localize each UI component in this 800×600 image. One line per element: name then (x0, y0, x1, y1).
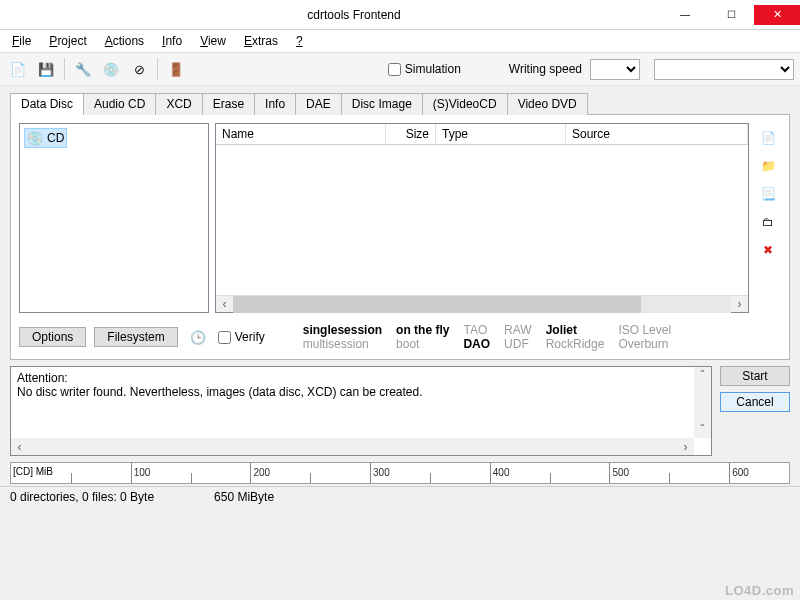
verify-checkbox-input[interactable] (218, 331, 231, 344)
menu-help[interactable]: ? (288, 32, 311, 50)
menu-project[interactable]: Project (41, 32, 94, 50)
watermark: LO4D.com (725, 583, 794, 598)
tab-video-dvd[interactable]: Video DVD (507, 93, 588, 115)
options-row: Options Filesystem 🕒 Verify singlesessio… (19, 323, 781, 351)
tabstrip: Data Disc Audio CD XCD Erase Info DAE Di… (0, 86, 800, 114)
info-onthefly: on the fly (396, 323, 449, 337)
scroll-down-icon[interactable]: ˇ (694, 421, 711, 438)
remove-button[interactable]: ✖ (759, 241, 777, 259)
menu-info[interactable]: Info (154, 32, 190, 50)
tab-panel-data-disc: 💿 CD Name Size Type Source ‹ › 📄 📁 📃 🗀 (10, 114, 790, 360)
info-rockridge: RockRidge (546, 337, 605, 351)
maximize-button[interactable] (708, 5, 754, 25)
minimize-button[interactable] (662, 5, 708, 25)
col-name[interactable]: Name (216, 124, 386, 144)
tab-xcd[interactable]: XCD (155, 93, 202, 115)
start-button[interactable]: Start (720, 366, 790, 386)
tab-data-disc[interactable]: Data Disc (10, 93, 84, 115)
scroll-left-icon[interactable]: ‹ (216, 296, 233, 313)
ruler-tick-label: 400 (493, 467, 510, 478)
info-boot: boot (396, 337, 449, 351)
ruler-unit-label: [CD] MiB (13, 466, 53, 477)
file-list[interactable]: Name Size Type Source ‹ › (215, 123, 749, 313)
info-overburn: Overburn (618, 337, 671, 351)
tab-dae[interactable]: DAE (295, 93, 342, 115)
cd-icon: 💿 (103, 61, 119, 77)
message-box: Attention: No disc writer found. Neverth… (10, 366, 712, 456)
scroll-left-icon[interactable]: ‹ (11, 438, 28, 455)
add-file-button[interactable]: 📄 (759, 129, 777, 147)
clock-button[interactable]: 🕒 (186, 325, 210, 349)
save-project-button[interactable]: 💾 (34, 57, 58, 81)
menu-file[interactable]: File (4, 32, 39, 50)
info-dao: DAO (463, 337, 490, 351)
verify-checkbox[interactable]: Verify (218, 330, 265, 344)
filesystem-button[interactable]: Filesystem (94, 327, 177, 347)
col-type[interactable]: Type (436, 124, 566, 144)
erase-cd-button[interactable]: ⊘ (127, 57, 151, 81)
cd-erase-icon: ⊘ (131, 61, 147, 77)
wrench-icon: 🔧 (75, 61, 91, 77)
scroll-right-icon[interactable]: › (731, 296, 748, 313)
new-project-button[interactable]: 📄 (6, 57, 30, 81)
action-buttons: Start Cancel (720, 366, 790, 456)
toolbar-separator (64, 58, 65, 80)
menu-view[interactable]: View (192, 32, 234, 50)
message-vscrollbar[interactable]: ˆ ˇ (694, 367, 711, 438)
status-bar: 0 directories, 0 files: 0 Byte 650 MiByt… (0, 486, 800, 506)
file-list-hscrollbar[interactable]: ‹ › (216, 295, 748, 312)
scroll-thumb[interactable] (233, 296, 641, 313)
info-udf: UDF (504, 337, 532, 351)
writing-speed-select[interactable] (590, 59, 640, 80)
info-joliet: Joliet (546, 323, 605, 337)
folder-tree[interactable]: 💿 CD (19, 123, 209, 313)
tab-info[interactable]: Info (254, 93, 296, 115)
simulation-label: Simulation (405, 62, 461, 76)
menu-actions[interactable]: Actions (97, 32, 152, 50)
cancel-button[interactable]: Cancel (720, 392, 790, 412)
info-isolevel: ISO Level (618, 323, 671, 337)
settings-button[interactable]: 🔧 (71, 57, 95, 81)
new-folder-button[interactable]: 🗀 (759, 213, 777, 231)
info-multisession: multisession (303, 337, 382, 351)
col-size[interactable]: Size (386, 124, 436, 144)
tab-erase[interactable]: Erase (202, 93, 255, 115)
close-button[interactable] (754, 5, 800, 25)
file-plus-icon: 📄 (761, 131, 776, 145)
message-hscrollbar[interactable]: ‹ › (11, 438, 694, 455)
options-button[interactable]: Options (19, 327, 86, 347)
scroll-right-icon[interactable]: › (677, 438, 694, 455)
message-body: No disc writer found. Nevertheless, imag… (17, 385, 705, 399)
tree-root-cd[interactable]: 💿 CD (24, 128, 67, 148)
status-left: 0 directories, 0 files: 0 Byte (10, 490, 154, 504)
titlebar: cdrtools Frontend (0, 0, 800, 30)
file-new-icon: 📃 (761, 187, 776, 201)
tab-disc-image[interactable]: Disc Image (341, 93, 423, 115)
side-action-panel: 📄 📁 📃 🗀 ✖ (755, 123, 781, 313)
delete-x-icon: ✖ (763, 243, 773, 257)
ruler-tick-label: 100 (134, 467, 151, 478)
tab-audio-cd[interactable]: Audio CD (83, 93, 156, 115)
tab-svideocd[interactable]: (S)VideoCD (422, 93, 508, 115)
add-folder-button[interactable]: 📁 (759, 157, 777, 175)
simulation-checkbox-input[interactable] (388, 63, 401, 76)
menu-extras[interactable]: Extras (236, 32, 286, 50)
ruler-tick-label: 200 (253, 467, 270, 478)
writing-speed-label: Writing speed (509, 62, 582, 76)
folder-new-icon: 🗀 (762, 215, 774, 229)
col-source[interactable]: Source (566, 124, 748, 144)
ruler-tick-label: 500 (612, 467, 629, 478)
tree-root-label: CD (47, 131, 64, 145)
capacity-ruler: [CD] MiB 100200300400500600 (10, 462, 790, 484)
toolbar: 📄 💾 🔧 💿 ⊘ 🚪 Simulation Writing speed (0, 52, 800, 86)
exit-button[interactable]: 🚪 (164, 57, 188, 81)
page-plus-icon: 📄 (10, 61, 26, 77)
file-list-header: Name Size Type Source (216, 124, 748, 145)
info-raw: RAW (504, 323, 532, 337)
file-list-body (216, 145, 748, 295)
simulation-checkbox[interactable]: Simulation (388, 62, 461, 76)
writer-device-select[interactable] (654, 59, 794, 80)
write-cd-button[interactable]: 💿 (99, 57, 123, 81)
new-file-button[interactable]: 📃 (759, 185, 777, 203)
scroll-up-icon[interactable]: ˆ (694, 367, 711, 384)
